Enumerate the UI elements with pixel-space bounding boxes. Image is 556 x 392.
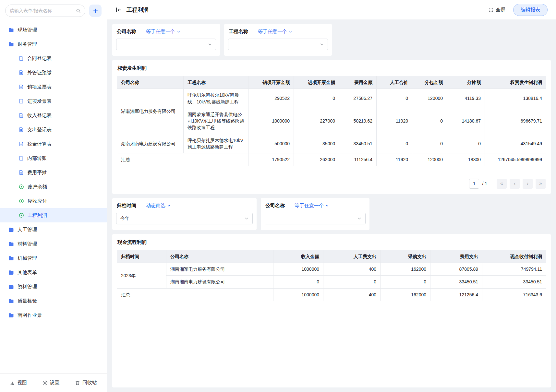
document-icon (19, 84, 24, 89)
back-button[interactable] (115, 7, 122, 13)
sidebar-item-tax-calculation[interactable]: 税金计算表 (0, 137, 107, 151)
first-page-button[interactable]: « (497, 179, 507, 189)
filter-condition-label: 动态筛选 (146, 203, 165, 209)
sidebar-item-income-register[interactable]: 收入登记表 (0, 108, 107, 123)
cell-fee-expense: 87805.89 (430, 263, 482, 275)
sidebar-item-site-management[interactable]: 现场管理 (0, 23, 107, 37)
sidebar-item-quality-inspection[interactable]: 质量检验 (0, 294, 107, 308)
sidebar-item-label: 支出登记表 (27, 127, 52, 133)
recycle-bin-button[interactable]: 回收站 (75, 380, 97, 386)
edit-report-button[interactable]: 编辑报表 (513, 4, 548, 16)
prev-page-button[interactable]: ‹ (510, 179, 520, 189)
document-icon (19, 56, 24, 61)
sidebar-item-labor-management[interactable]: 人工管理 (0, 222, 107, 237)
cell-expense: 33450.51 (339, 134, 377, 153)
accrual-profit-table: 公司名称 工程名称 销项开票金额 进项开票金额 费用金额 人工合价 分包金额 分… (117, 76, 546, 166)
cell-project: 呼伦贝尔海拉尔10kV海晨线、10kV铁鑫线新建工程 (184, 89, 248, 108)
chevron-down-icon (245, 217, 248, 220)
cell-cash-profit: -33450.51 (482, 276, 546, 288)
cell-subcontract: 0 (412, 108, 447, 134)
column-header: 人工合价 (377, 76, 412, 89)
cell-input-invoice: 0 (294, 89, 339, 108)
filter-project-select[interactable] (228, 39, 328, 50)
sidebar-item-input-invoice[interactable]: 进项发票表 (0, 94, 107, 108)
recycle-bin-label: 回收站 (82, 380, 97, 386)
column-header: 费用金额 (339, 76, 377, 89)
current-page[interactable]: 1 (469, 179, 479, 189)
sidebar-item-finance-management[interactable]: 财务管理 (0, 37, 107, 51)
sidebar-item-contract-register[interactable]: 合同登记表 (0, 51, 107, 65)
sidebar-item-label: 外管证预缴 (27, 70, 52, 76)
column-header: 采购支出 (381, 250, 430, 263)
sidebar-item-expense-register[interactable]: 支出登记表 (0, 123, 107, 137)
views-button[interactable]: 视图 (10, 380, 27, 386)
cell-labor-expense-total: 400 (323, 288, 381, 301)
filter-condition-label: 等于任意一个 (295, 203, 324, 209)
settings-button[interactable]: 设置 (42, 380, 60, 386)
sidebar-item-account-balance[interactable]: 账户余额 (0, 180, 107, 194)
cell-accrual-profit-total: 1267045.5999999999 (485, 153, 546, 166)
sidebar-item-cost-allocation[interactable]: 费用平摊 (0, 165, 107, 180)
app-window: 现场管理 财务管理 合同登记表 外管证预缴 销项发票表 进项发票表 收入登记表 … (0, 0, 556, 392)
cell-company: 湖南湘军电力服务有限公司 (166, 263, 273, 275)
next-page-button[interactable]: › (523, 179, 533, 189)
sidebar-item-label: 其他表单 (18, 269, 37, 276)
sidebar-item-internal-transfer[interactable]: 内部转账 (0, 151, 107, 165)
sidebar-item-label: 材料管理 (18, 241, 37, 247)
filter-archive-time: 归档时间 动态筛选 今年 (112, 198, 257, 230)
filter-condition-link[interactable]: 等于任意一个 (258, 29, 292, 35)
sidebar-item-external-cert-prepay[interactable]: 外管证预缴 (0, 65, 107, 80)
chevron-down-icon (325, 204, 329, 208)
sidebar-footer: 视图 设置 回收站 (0, 373, 107, 392)
sidebar-search-row (0, 0, 107, 21)
folder-icon (8, 313, 14, 318)
table-row: 湖南湘军电力服务有限公司 呼伦贝尔海拉尔10kV海晨线、10kV铁鑫线新建工程 … (117, 89, 546, 108)
last-page-button[interactable]: » (536, 179, 546, 189)
sidebar-item-southern-grid-ticket[interactable]: 南网作业票 (0, 308, 107, 322)
sidebar-item-label: 税金计算表 (27, 141, 52, 147)
cell-labor-expense: 0 (323, 276, 381, 288)
sidebar-item-label: 账户余额 (28, 184, 47, 190)
topbar: 工程利润 全屏 编辑报表 (107, 0, 556, 19)
cell-allocation: 4119.33 (447, 89, 485, 108)
bottom-filter-row: 归档时间 动态筛选 今年 公司名称 等于任意一个 (112, 198, 551, 230)
document-icon (19, 70, 24, 75)
add-button[interactable] (89, 5, 102, 17)
filter-condition-link[interactable]: 动态筛选 (146, 203, 171, 209)
cell-output-invoice: 1000000 (248, 108, 294, 134)
cell-output-invoice: 290522 (248, 89, 294, 108)
sidebar-item-other-forms[interactable]: 其他表单 (0, 265, 107, 279)
sidebar-item-document-management[interactable]: 资料管理 (0, 279, 107, 294)
cell-expense: 50219.62 (339, 108, 377, 134)
sidebar-item-output-invoice[interactable]: 销项发票表 (0, 80, 107, 94)
sidebar-item-machinery-management[interactable]: 机械管理 (0, 251, 107, 265)
folder-icon (8, 27, 14, 33)
filter-company-select-2[interactable] (265, 213, 366, 224)
cell-company: 湖南湘军电力服务有限公司 (117, 89, 184, 134)
fullscreen-button[interactable]: 全屏 (489, 7, 505, 13)
document-icon (19, 170, 24, 175)
column-header: 工程名称 (184, 76, 248, 89)
cell-summary-label: 汇总 (117, 153, 248, 166)
cell-income: 0 (273, 276, 323, 288)
sidebar-item-receivable-payable[interactable]: 应收应付 (0, 194, 107, 208)
filter-condition-link[interactable]: 等于任意一个 (146, 29, 180, 35)
folder-icon (8, 241, 14, 247)
chevron-down-icon (177, 30, 180, 33)
cell-income: 1000000 (273, 263, 323, 275)
column-header: 公司名称 (166, 250, 273, 263)
sidebar-item-label: 质量检验 (18, 298, 37, 304)
filter-company-select[interactable] (116, 39, 216, 50)
sidebar-item-project-profit[interactable]: 工程利润 (0, 208, 107, 222)
filter-condition-link[interactable]: 等于任意一个 (295, 203, 329, 209)
column-header: 归档时间 (117, 250, 166, 263)
settings-label: 设置 (50, 380, 60, 386)
sidebar-item-material-management[interactable]: 材料管理 (0, 237, 107, 251)
chevron-down-icon (320, 42, 324, 46)
column-header: 分摊额 (447, 76, 485, 89)
cell-archive-time: 2023年 (117, 263, 166, 288)
filter-archive-time-select[interactable]: 今年 (116, 213, 253, 224)
search-input[interactable] (10, 8, 73, 13)
search-box (5, 5, 85, 17)
search-icon (76, 8, 81, 13)
